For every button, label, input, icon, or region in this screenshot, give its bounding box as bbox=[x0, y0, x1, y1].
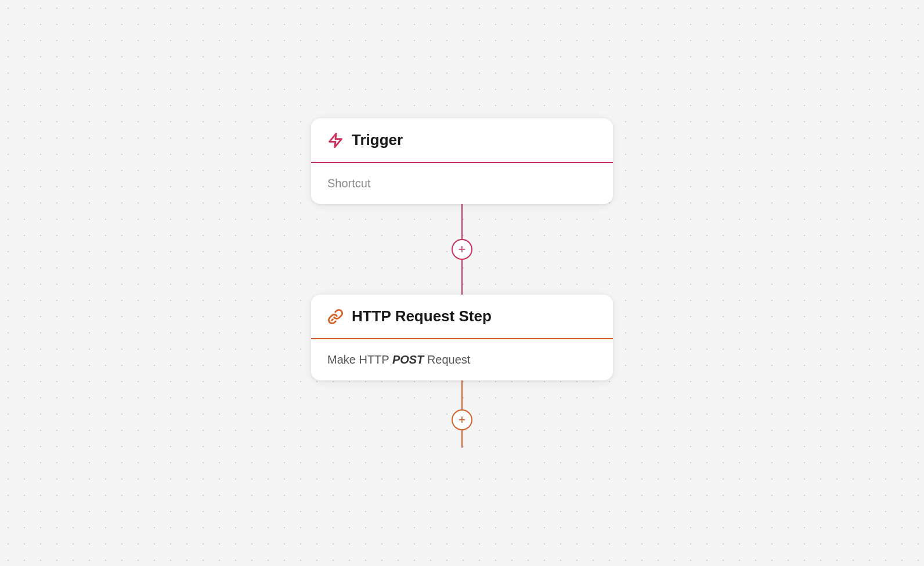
trigger-card-header: Trigger bbox=[311, 118, 613, 162]
trigger-card-title: Trigger bbox=[352, 131, 403, 149]
bottom-connector-tail bbox=[461, 430, 463, 448]
http-bottom-connector: + bbox=[452, 380, 472, 448]
http-card-body: Make HTTP POST Request bbox=[311, 339, 613, 380]
http-card-body-text: Make HTTP POST Request bbox=[327, 353, 470, 366]
trigger-to-http-connector: + bbox=[452, 204, 472, 295]
add-step-button-1[interactable]: + bbox=[452, 239, 472, 260]
link-icon bbox=[327, 309, 344, 325]
svg-line-1 bbox=[331, 319, 333, 320]
http-card-header: HTTP Request Step bbox=[311, 295, 613, 338]
http-card-title: HTTP Request Step bbox=[352, 307, 492, 325]
http-request-card[interactable]: HTTP Request Step Make HTTP POST Request bbox=[311, 295, 613, 380]
svg-marker-0 bbox=[330, 133, 342, 147]
connector-line-top bbox=[461, 204, 463, 239]
trigger-card-body: Shortcut bbox=[311, 163, 613, 204]
lightning-icon bbox=[327, 132, 344, 148]
http-body-method: POST bbox=[392, 353, 424, 366]
http-body-prefix: Make HTTP bbox=[327, 353, 392, 366]
flow-canvas: Trigger Shortcut + HTTP Request Step bbox=[311, 118, 613, 448]
http-body-suffix: Request bbox=[424, 353, 470, 366]
bottom-connector-line-top bbox=[461, 380, 463, 409]
trigger-card-subtitle: Shortcut bbox=[327, 177, 370, 190]
add-step-button-2[interactable]: + bbox=[452, 409, 472, 430]
trigger-card[interactable]: Trigger Shortcut bbox=[311, 118, 613, 204]
connector-line-bottom bbox=[461, 260, 463, 295]
